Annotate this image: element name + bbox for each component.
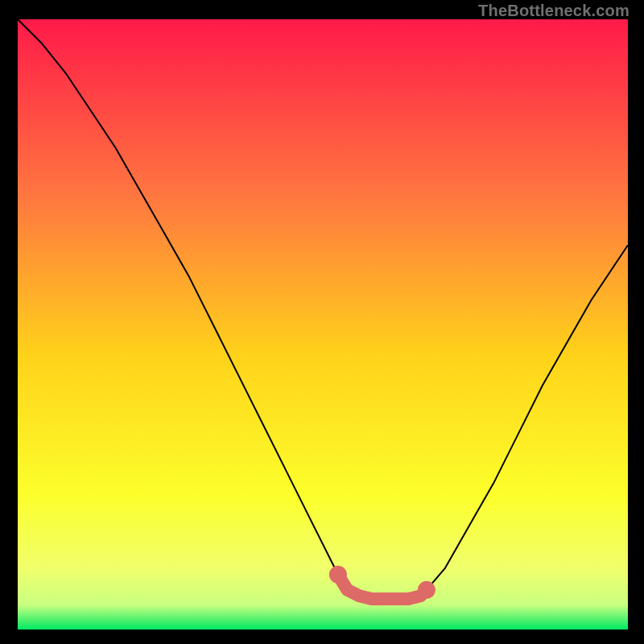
- plot-background: [18, 19, 628, 630]
- watermark-text: TheBottleneck.com: [478, 2, 630, 20]
- chart-stage: TheBottleneck.com: [0, 0, 644, 644]
- min-region-start-lobe: [329, 566, 347, 584]
- chart-canvas: [0, 0, 644, 644]
- min-region-end-lobe: [418, 581, 436, 599]
